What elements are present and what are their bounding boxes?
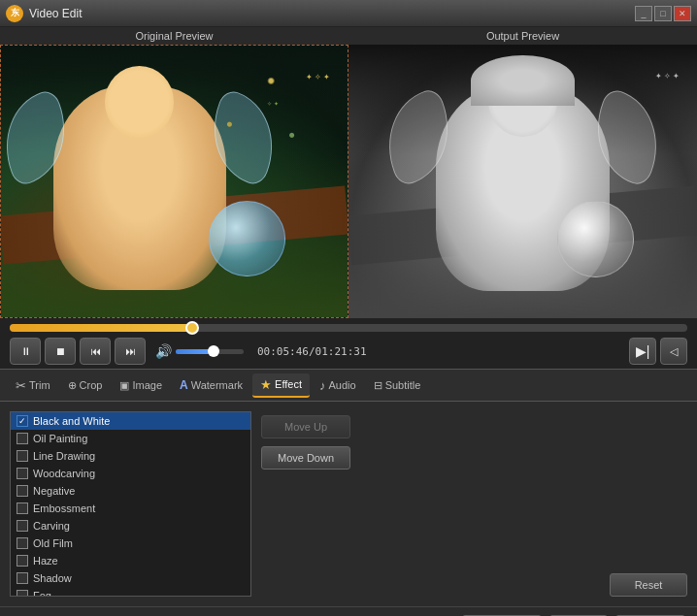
- effect-item-haze[interactable]: Haze: [11, 552, 250, 569]
- effect-item-embossment[interactable]: Embossment: [11, 500, 250, 517]
- effect-item-line-drawing[interactable]: Line Drawing: [11, 447, 250, 465]
- bottom-bar: Reset All OK Cancel: [0, 606, 697, 616]
- tab-audio-label: Audio: [329, 379, 356, 391]
- effect-list[interactable]: ✓Black and WhiteOil PaintingLine Drawing…: [10, 411, 251, 597]
- tab-effect-label: Effect: [275, 378, 302, 390]
- tab-watermark-label: Watermark: [191, 379, 243, 391]
- effect-checkbox-carving[interactable]: [17, 520, 28, 532]
- effect-item-woodcarving[interactable]: Woodcarving: [11, 465, 250, 482]
- output-preview-label: Output Preview: [348, 27, 697, 45]
- pause-button[interactable]: ⏸: [10, 338, 41, 365]
- tab-audio[interactable]: ♪ Audio: [312, 374, 364, 397]
- window-title: Video Edit: [29, 7, 633, 20]
- effect-label-shadow: Shadow: [33, 572, 72, 584]
- stop-button[interactable]: ⏹: [45, 338, 76, 365]
- app-icon-text: 东: [11, 7, 19, 19]
- original-preview-content: ✦ ✧ ✦ ✧ ✦: [0, 45, 348, 318]
- volume-thumb[interactable]: [208, 345, 219, 357]
- progress-thumb[interactable]: [185, 321, 199, 335]
- effect-label-fog: Fog: [33, 590, 51, 597]
- effect-item-oil-painting[interactable]: Oil Painting: [11, 430, 250, 447]
- prev-frame-button[interactable]: ⏮: [80, 338, 111, 365]
- reset-button[interactable]: Reset: [610, 573, 687, 597]
- effect-panel: ✓Black and WhiteOil PaintingLine Drawing…: [0, 402, 697, 606]
- app-icon: 东: [6, 5, 23, 22]
- effect-item-fog[interactable]: Fog: [11, 587, 250, 597]
- effect-item-shadow[interactable]: Shadow: [11, 569, 250, 587]
- effect-checkbox-black-white[interactable]: ✓: [17, 415, 28, 427]
- effect-label-carving: Carving: [33, 520, 70, 532]
- tab-image-label: Image: [132, 379, 162, 391]
- progress-fill: [10, 324, 192, 332]
- maximize-button[interactable]: □: [654, 6, 672, 21]
- bubble-orig: [209, 201, 285, 276]
- move-up-button[interactable]: Move Up: [261, 415, 350, 438]
- effect-controls: Move Up Move Down: [261, 411, 350, 597]
- effect-label-negative: Negative: [33, 485, 75, 497]
- effect-label-haze: Haze: [33, 555, 58, 567]
- skip-forward-button[interactable]: ▶|: [629, 338, 656, 365]
- tab-crop[interactable]: ⊕ Crop: [60, 375, 111, 396]
- sparkles: [209, 59, 313, 168]
- playback-area: ⏸ ⏹ ⏮ ⏭ 🔊 00:05:46/01:21:31 ▶| ◁: [0, 318, 697, 369]
- effect-label-black-white: Black and White: [33, 415, 110, 427]
- effect-item-old-film[interactable]: Old Film: [11, 535, 250, 552]
- effect-item-black-white[interactable]: ✓Black and White: [11, 412, 250, 430]
- original-video-frame: ✦ ✧ ✦ ✧ ✦: [1, 46, 348, 317]
- original-preview-label: Original Preview: [0, 27, 348, 45]
- reset-area: Reset: [610, 411, 687, 597]
- crop-icon: ⊕: [68, 379, 77, 392]
- tab-image[interactable]: ▣ Image: [112, 375, 170, 396]
- close-button[interactable]: ✕: [674, 6, 691, 21]
- bubble-bw: [557, 201, 634, 277]
- tab-trim[interactable]: ✂ Trim: [8, 374, 58, 397]
- tab-trim-label: Trim: [29, 379, 50, 391]
- progress-bar[interactable]: [10, 324, 687, 332]
- effect-checkbox-shadow[interactable]: [17, 572, 28, 584]
- effect-label-old-film: Old Film: [33, 537, 73, 549]
- tab-subtitle[interactable]: ⊟ Subtitle: [366, 375, 429, 396]
- effect-item-carving[interactable]: Carving: [11, 517, 250, 535]
- original-preview-panel: Original Preview: [0, 27, 348, 318]
- effect-item-negative[interactable]: Negative: [11, 482, 250, 500]
- effect-label-woodcarving: Woodcarving: [33, 468, 95, 479]
- titlebar: 东 Video Edit _ □ ✕: [0, 0, 697, 27]
- effect-checkbox-oil-painting[interactable]: [17, 433, 28, 444]
- controls-row: ⏸ ⏹ ⏮ ⏭ 🔊 00:05:46/01:21:31 ▶| ◁: [10, 338, 687, 365]
- volume-area: 🔊: [155, 343, 244, 359]
- effect-icon: ★: [260, 377, 272, 392]
- end-button[interactable]: ◁: [660, 338, 687, 365]
- image-icon: ▣: [119, 379, 129, 392]
- tab-crop-label: Crop: [80, 379, 103, 391]
- effect-checkbox-woodcarving[interactable]: [17, 468, 28, 479]
- output-video-frame: ✦ ✧ ✦: [348, 45, 697, 318]
- effect-checkbox-negative[interactable]: [17, 485, 28, 497]
- subtitle-icon: ⊟: [374, 379, 382, 392]
- tab-effect[interactable]: ★ Effect: [252, 373, 310, 398]
- watermark-icon: A: [180, 378, 188, 392]
- preview-area: Original Preview: [0, 27, 697, 318]
- effect-checkbox-old-film[interactable]: [17, 537, 28, 549]
- effect-checkbox-haze[interactable]: [17, 555, 28, 567]
- output-preview-panel: Output Preview ✦ ✧ ✦: [348, 27, 697, 318]
- trim-icon: ✂: [16, 378, 26, 393]
- effect-checkbox-line-drawing[interactable]: [17, 450, 28, 462]
- effect-checkbox-fog[interactable]: [17, 590, 28, 597]
- fairy-figure-orig: [53, 86, 227, 290]
- effect-checkbox-embossment[interactable]: [17, 503, 28, 514]
- tab-watermark[interactable]: A Watermark: [172, 374, 250, 396]
- time-display: 00:05:46/01:21:31: [257, 345, 367, 358]
- volume-bar[interactable]: [176, 349, 244, 354]
- audio-icon: ♪: [319, 378, 326, 393]
- next-frame-button[interactable]: ⏭: [115, 338, 146, 365]
- effect-label-line-drawing: Line Drawing: [33, 450, 95, 462]
- minimize-button[interactable]: _: [635, 6, 652, 21]
- effect-label-oil-painting: Oil Painting: [33, 433, 87, 444]
- effect-label-embossment: Embossment: [33, 503, 95, 514]
- tabs-bar: ✂ Trim ⊕ Crop ▣ Image A Watermark ★ Effe…: [0, 369, 697, 402]
- move-down-button[interactable]: Move Down: [261, 446, 350, 470]
- volume-icon[interactable]: 🔊: [155, 343, 172, 359]
- tab-subtitle-label: Subtitle: [385, 379, 421, 391]
- output-preview-content: ✦ ✧ ✦: [348, 45, 697, 318]
